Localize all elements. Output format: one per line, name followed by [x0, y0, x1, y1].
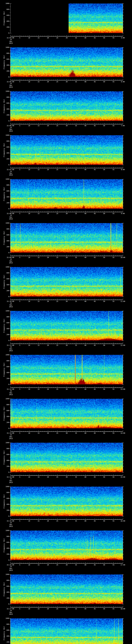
- y-right-major-tick: [123, 548, 124, 548]
- y-minor-tick: [10, 621, 10, 622]
- x-tick-label: 10: [26, 256, 32, 258]
- x-minor-tick: [91, 211, 91, 212]
- y-right-minor-tick: [123, 452, 124, 452]
- x-minor-tick: [93, 343, 93, 344]
- x-minor-tick: [27, 431, 28, 432]
- x-tick-label: 30: [64, 37, 70, 39]
- x-tick-label: 15: [35, 476, 42, 478]
- y-right-major-tick: [123, 279, 124, 279]
- x-minor-tick: [33, 124, 33, 124]
- y-right-major-tick: [123, 185, 124, 185]
- y-right-major-tick: [123, 410, 124, 411]
- x-minor-tick: [68, 387, 69, 388]
- spectrogram-panel: 10008006004002000Frequency (Hz)15:17:005…: [0, 571, 132, 615]
- x-minor-tick: [74, 255, 74, 256]
- x-tick-label: 10: [26, 564, 32, 566]
- y-major-tick: [10, 71, 10, 71]
- x-minor-tick: [115, 80, 116, 80]
- y-right-major-tick: [123, 416, 124, 417]
- y-axis-bottom-serif: [10, 33, 12, 33]
- y-right-major-tick: [123, 486, 124, 487]
- x-minor-tick: [50, 299, 50, 300]
- x-tick-label: 50: [101, 476, 108, 478]
- y-major-tick: [10, 472, 10, 472]
- x-minor-tick: [84, 36, 84, 36]
- x-minor-tick: [33, 519, 33, 519]
- date-label: Dec: [4, 392, 18, 394]
- x-major-tick: [85, 518, 86, 519]
- x-minor-tick: [115, 124, 116, 124]
- y-right-major-tick: [123, 530, 124, 531]
- x-minor-tick: [31, 519, 31, 519]
- x-minor-tick: [74, 299, 74, 300]
- x-minor-tick: [33, 563, 33, 563]
- x-major-tick: [76, 299, 76, 300]
- x-minor-tick: [42, 255, 42, 256]
- y-right-minor-tick: [123, 188, 124, 188]
- x-minor-tick: [68, 168, 69, 168]
- y-tick-label: 0: [3, 32, 9, 34]
- y-tick-label: 0: [3, 296, 9, 298]
- y-minor-tick: [10, 226, 10, 226]
- x-minor-tick: [68, 299, 69, 300]
- x-minor-tick: [50, 211, 50, 212]
- date-label: 25: [4, 214, 18, 216]
- date-label: 25: [4, 170, 18, 172]
- x-tick-label: 40: [82, 564, 88, 566]
- x-tick-label: 45: [92, 300, 98, 302]
- spectrogram-panel: 10008006004002000Frequency (Hz)15:10:005…: [0, 264, 132, 308]
- x-minor-tick: [16, 299, 16, 300]
- y-right-major-tick: [123, 285, 124, 285]
- y-right-minor-tick: [123, 507, 124, 508]
- x-minor-tick: [42, 124, 42, 124]
- x-minor-tick: [91, 563, 91, 563]
- frequency-axis-title: Frequency (Hz): [3, 317, 5, 335]
- y-axis-right-bottom-serif: [122, 472, 123, 472]
- y-right-major-tick: [123, 21, 124, 22]
- y-major-tick: [10, 454, 10, 455]
- x-minor-tick: [50, 343, 50, 344]
- y-tick-label: 0: [3, 340, 9, 342]
- date-label: Dec: [4, 480, 18, 482]
- x-minor-tick: [74, 475, 74, 476]
- x-minor-tick: [89, 211, 89, 212]
- x-minor-tick: [78, 168, 78, 168]
- x-tick-label: 50: [101, 388, 108, 390]
- x-minor-tick: [84, 387, 84, 388]
- y-axis-line: [10, 618, 10, 644]
- date-label: Dec: [4, 84, 18, 86]
- x-axis-line: [10, 476, 123, 476]
- y-right-major-tick: [123, 323, 124, 323]
- x-minor-tick: [74, 343, 74, 344]
- x-minor-tick: [27, 607, 28, 607]
- x-major-tick: [38, 606, 39, 607]
- date-label: Dec: [4, 612, 18, 613]
- x-tick-label: 50: [101, 520, 108, 522]
- x-tick-label: 45: [92, 520, 98, 522]
- x-major-tick: [95, 430, 95, 432]
- x-minor-tick: [80, 563, 80, 563]
- x-tick-label: 30: [64, 256, 70, 258]
- x-minor-tick: [31, 607, 31, 607]
- x-minor-tick: [33, 299, 33, 300]
- y-axis-right-bottom-serif: [122, 340, 123, 341]
- end-time-label: 7:00: [118, 125, 128, 126]
- x-tick-label: 55: [110, 388, 117, 390]
- x-tick-label: 25: [54, 300, 60, 302]
- y-right-major-tick: [123, 153, 124, 153]
- x-tick-label: 15: [35, 432, 42, 434]
- spectrogram-panel: 10008006004002000Frequency (Hz)15:16:005…: [0, 527, 132, 571]
- y-right-major-tick: [123, 71, 124, 71]
- x-minor-tick: [74, 607, 74, 607]
- x-axis-line: [10, 388, 123, 388]
- x-minor-tick: [68, 431, 69, 432]
- x-tick-label: 40: [82, 388, 88, 390]
- x-tick-label: 25: [54, 125, 60, 126]
- x-tick-label: 40: [82, 344, 88, 346]
- x-minor-tick: [72, 168, 72, 168]
- x-minor-tick: [42, 431, 42, 432]
- y-major-tick: [10, 147, 10, 147]
- x-minor-tick: [93, 475, 93, 476]
- x-tick-label: 5: [17, 520, 23, 522]
- y-right-major-tick: [123, 361, 124, 361]
